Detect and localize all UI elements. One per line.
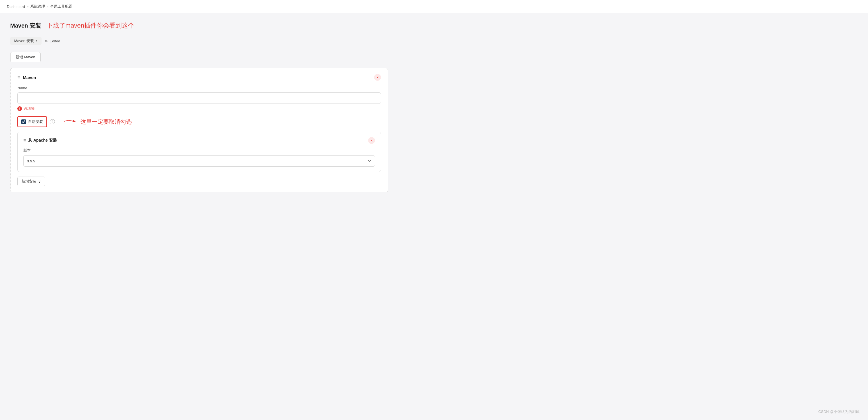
- card-title: Maven: [23, 75, 36, 80]
- breadcrumb-sep-1: >: [27, 5, 28, 8]
- sub-card-title: ≡ 从 Apache 安装: [23, 138, 57, 143]
- tab-maven-install[interactable]: Maven 安装 ∧: [10, 37, 41, 45]
- add-maven-button[interactable]: 新增 Maven: [10, 52, 41, 62]
- breadcrumb-sysadmin[interactable]: 系统管理: [30, 4, 45, 9]
- card-header-left: ≡ Maven: [18, 75, 36, 80]
- page-header: Maven 安装 下载了maven插件你会看到这个: [10, 21, 388, 30]
- arrow-icon: [63, 118, 81, 126]
- close-icon: ×: [376, 75, 379, 79]
- apache-install-card: ≡ 从 Apache 安装 × 版本 3.9.9 3.9.8 3.9.7 3.8…: [18, 132, 381, 172]
- breadcrumb-dashboard[interactable]: Dashboard: [7, 5, 25, 9]
- sub-card-title-text: 从 Apache 安装: [28, 138, 57, 143]
- name-input[interactable]: [18, 92, 381, 104]
- arrow-annotation: 这里一定要取消勾选: [63, 118, 132, 126]
- edit-icon: ✏: [45, 39, 48, 43]
- required-dot-icon: !: [18, 106, 22, 111]
- add-install-button[interactable]: 新增安装 ∨: [18, 176, 45, 186]
- breadcrumb-current: 全局工具配置: [50, 4, 72, 9]
- help-icon[interactable]: ?: [50, 119, 55, 124]
- required-text: 必填项: [24, 106, 35, 111]
- tab-bar: Maven 安装 ∧ ✏ Edited: [10, 37, 388, 45]
- chevron-up-icon: ∧: [36, 39, 37, 43]
- breadcrumb: Dashboard > 系统管理 > 全局工具配置: [0, 0, 868, 13]
- version-label: 版本: [23, 148, 375, 153]
- page-annotation: 下载了maven插件你会看到这个: [46, 21, 134, 30]
- sub-card-close-button[interactable]: ×: [368, 137, 375, 144]
- sub-close-icon: ×: [370, 138, 373, 143]
- help-text: ?: [52, 120, 53, 123]
- add-install-label: 新增安装: [22, 179, 36, 184]
- sub-card-header: ≡ 从 Apache 安装 ×: [23, 137, 375, 144]
- edited-badge: ✏ Edited: [45, 39, 60, 43]
- add-maven-label: 新增 Maven: [16, 55, 35, 60]
- breadcrumb-sep-2: >: [46, 5, 49, 8]
- auto-install-row: 自动安装 ? 这里一定要取消勾选: [18, 116, 381, 127]
- name-field-label: Name: [18, 86, 381, 90]
- required-hint: ! 必填项: [18, 106, 381, 111]
- maven-tool-card: ≡ Maven × Name ! 必填项 自动安装 ?: [10, 68, 388, 192]
- edited-label: Edited: [50, 39, 60, 43]
- annotation-text: 这里一定要取消勾选: [81, 118, 132, 126]
- auto-install-checkbox[interactable]: [21, 120, 26, 124]
- version-select[interactable]: 3.9.9 3.9.8 3.9.7 3.8.8 3.6.3: [23, 155, 375, 167]
- sub-drag-handle-icon: ≡: [23, 138, 26, 143]
- chevron-down-icon: ∨: [38, 180, 41, 184]
- drag-handle-icon: ≡: [18, 75, 20, 80]
- auto-install-checkbox-wrapper: 自动安装: [18, 116, 47, 127]
- card-close-button[interactable]: ×: [374, 74, 381, 81]
- page-title: Maven 安装: [10, 22, 41, 30]
- tab-label: Maven 安装: [14, 38, 34, 43]
- auto-install-label: 自动安装: [28, 119, 43, 124]
- card-header: ≡ Maven ×: [18, 74, 381, 81]
